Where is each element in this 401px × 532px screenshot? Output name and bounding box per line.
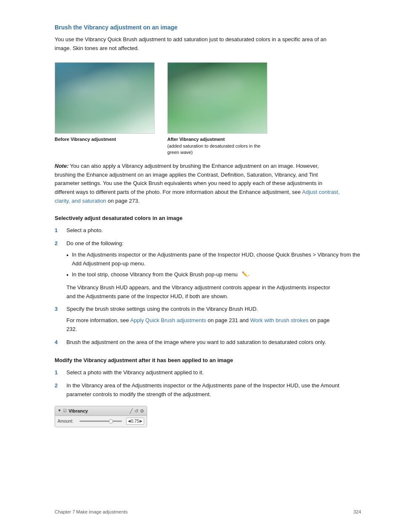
note-block: Note: You can also apply a Vibrancy adju… (55, 162, 340, 206)
step-3-text: Specify the brush stroke settings using … (66, 306, 258, 312)
before-caption: Before Vibrancy adjustment (55, 136, 155, 143)
link-apply-brush[interactable]: Apply Quick Brush adjustments (130, 317, 206, 323)
step-2-2: 2 In the Vibrancy area of the Adjustment… (55, 381, 361, 399)
after-image-block: After Vibrancy adjustment (added saturat… (167, 62, 267, 156)
widget-body: Amount: ◀ 0.75 ▶ (55, 416, 147, 427)
page-content: Brush the Vibrancy adjustment on an imag… (0, 0, 401, 532)
widget-title: Vibrancy (69, 408, 88, 415)
subsection2-title: Modify the Vibrancy adjustment after it … (55, 356, 361, 365)
amount-label: Amount: (58, 418, 75, 424)
step-2-text: Do one of the following: (66, 240, 124, 246)
step-2-2-text: In the Vibrancy area of the Adjustments … (66, 382, 339, 397)
widget-header-icons: ╱ ↺ ⚙ (130, 408, 144, 415)
step-4: 4 Brush the adjustment on the area of th… (55, 338, 361, 347)
after-image (167, 62, 267, 134)
section-title: Brush the Vibrancy adjustment on an imag… (55, 23, 361, 32)
slider-thumb (109, 419, 113, 423)
before-image-block: Before Vibrancy adjustment (55, 62, 155, 143)
slider-value: ◀ 0.75 ▶ (126, 418, 144, 425)
bullet-1-text: In the Adjustments inspector or the Adju… (72, 251, 361, 268)
widget-undo-icon[interactable]: ↺ (135, 408, 138, 415)
intro-text: You use the Vibrancy Quick Brush adjustm… (55, 35, 340, 53)
after-caption: After Vibrancy adjustment (added saturat… (167, 136, 267, 156)
step-num-1: 1 (55, 226, 61, 235)
step-2: 2 Do one of the following: In the Adjust… (55, 239, 361, 301)
widget-header-left: ▼ ☑ Vibrancy (58, 408, 88, 415)
brush-icon: ✏️. (242, 270, 249, 280)
widget-header: ▼ ☑ Vibrancy ╱ ↺ ⚙ (55, 406, 147, 416)
widget-gear-icon[interactable]: ⚙ (140, 408, 144, 415)
widget-edit-icon[interactable]: ╱ (130, 408, 133, 415)
step-2-num-2: 2 (55, 381, 61, 390)
step-num-4: 4 (55, 338, 61, 347)
step-1-text: Select a photo. (66, 227, 103, 233)
bullet-2-text: In the tool strip, choose Vibrancy from … (72, 270, 237, 280)
subsection1-title: Selectively adjust desaturated colors in… (55, 214, 361, 222)
step-num-3: 3 (55, 305, 61, 314)
hud-text: The Vibrancy Brush HUD appears, and the … (66, 283, 340, 301)
note-label: Note: (55, 163, 69, 169)
slider-track[interactable] (79, 421, 122, 422)
step-2-num-1: 1 (55, 368, 61, 377)
step-num-2: 2 (55, 239, 61, 248)
bullet-list: In the Adjustments inspector or the Adju… (66, 251, 361, 280)
step-3: 3 Specify the brush stroke settings usin… (55, 305, 361, 333)
step-2-1-text: Select a photo with the Vibrancy adjustm… (66, 369, 203, 376)
note-text: You can also apply a Vibrancy adjustment… (55, 163, 322, 195)
slider-increment[interactable]: ▶ (140, 418, 142, 424)
for-more-text: For more information, see Apply Quick Br… (66, 316, 340, 334)
step-2-1: 1 Select a photo with the Vibrancy adjus… (55, 368, 361, 377)
widget-checkbox-icon[interactable]: ☑ (63, 408, 67, 414)
slider-decrement[interactable]: ◀ (128, 418, 131, 424)
steps-list-1: 1 Select a photo. 2 Do one of the follow… (55, 226, 361, 347)
note-link-suffix: on page 273. (106, 198, 140, 204)
widget-collapse-icon[interactable]: ▼ (58, 408, 61, 414)
link-brush-strokes[interactable]: Work with brush strokes (250, 317, 308, 323)
slider-value-text: 0.75 (131, 418, 139, 424)
vibrancy-widget: ▼ ☑ Vibrancy ╱ ↺ ⚙ Amount: ◀ 0.75 ▶ (55, 406, 147, 428)
step-1: 1 Select a photo. (55, 226, 361, 235)
before-image (55, 62, 155, 134)
bullet-2: In the tool strip, choose Vibrancy from … (66, 270, 361, 280)
page-footer: Chapter 7 Make image adjustments 324 (0, 508, 401, 516)
step-4-text: Brush the adjustment on the area of the … (66, 339, 326, 345)
footer-page: 324 (354, 508, 361, 516)
bullet-1: In the Adjustments inspector or the Adju… (66, 251, 361, 268)
footer-chapter: Chapter 7 Make image adjustments (55, 508, 128, 516)
images-row: Before Vibrancy adjustment After Vibranc… (55, 62, 361, 156)
steps-list-2: 1 Select a photo with the Vibrancy adjus… (55, 368, 361, 399)
